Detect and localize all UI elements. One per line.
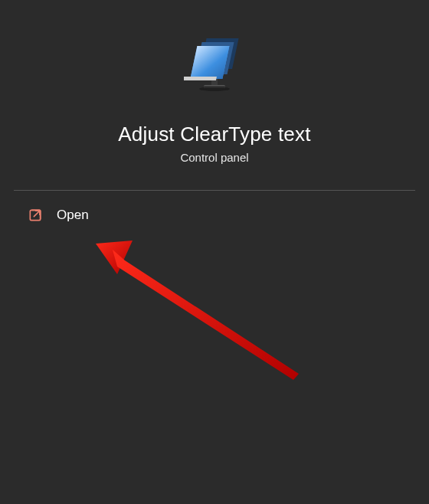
panel-container: Adjust ClearType text Control panel Open xyxy=(0,0,429,504)
monitor-icon xyxy=(184,38,245,92)
open-action[interactable]: Open xyxy=(15,191,414,231)
open-label: Open xyxy=(57,208,89,223)
page-subtitle: Control panel xyxy=(180,151,248,164)
svg-rect-8 xyxy=(184,77,217,80)
svg-rect-3 xyxy=(204,86,225,88)
page-title: Adjust ClearType text xyxy=(118,123,310,146)
external-link-icon xyxy=(28,208,43,223)
header: Adjust ClearType text Control panel xyxy=(15,38,414,164)
